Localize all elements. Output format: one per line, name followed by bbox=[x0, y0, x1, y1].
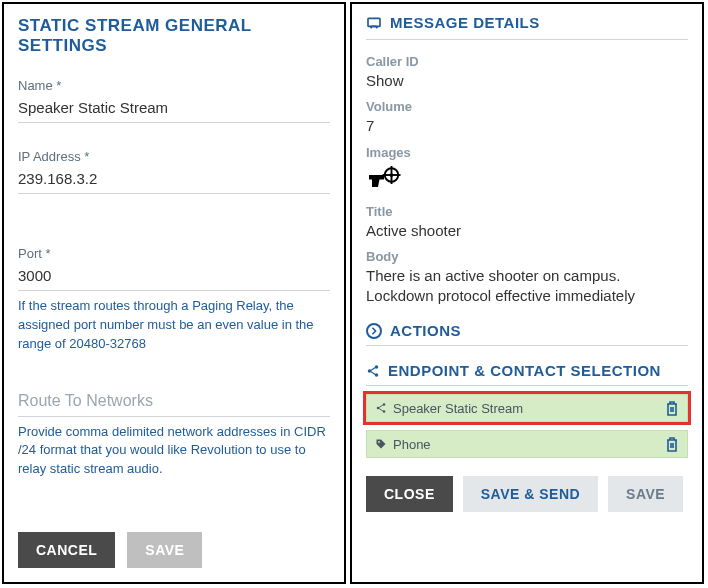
ip-address-label: IP Address * bbox=[18, 149, 330, 164]
trash-icon[interactable] bbox=[665, 400, 679, 416]
endpoint-section-header[interactable]: ENDPOINT & CONTACT SELECTION bbox=[366, 356, 688, 386]
name-label: Name * bbox=[18, 78, 330, 93]
caller-id-value: Show bbox=[366, 71, 688, 91]
endpoint-title: ENDPOINT & CONTACT SELECTION bbox=[388, 362, 661, 379]
message-details-panel: MESSAGE DETAILS Caller ID Show Volume 7 … bbox=[350, 2, 704, 584]
static-stream-settings-panel: STATIC STREAM GENERAL SETTINGS Name * IP… bbox=[2, 2, 346, 584]
message-details-header: MESSAGE DETAILS bbox=[366, 14, 688, 40]
left-button-row: CANCEL SAVE bbox=[18, 532, 202, 568]
endpoint-item-phone[interactable]: Phone bbox=[366, 430, 688, 458]
message-icon bbox=[366, 15, 382, 31]
save-and-send-button[interactable]: SAVE & SEND bbox=[463, 476, 598, 512]
message-details-title: MESSAGE DETAILS bbox=[390, 14, 540, 31]
volume-value: 7 bbox=[366, 116, 688, 136]
images-label: Images bbox=[366, 145, 688, 160]
close-button[interactable]: CLOSE bbox=[366, 476, 453, 512]
endpoint-item-speaker[interactable]: Speaker Static Stream bbox=[366, 394, 688, 422]
svg-rect-0 bbox=[368, 18, 380, 26]
route-help-text: Provide comma delimited network addresse… bbox=[18, 423, 330, 480]
cancel-button[interactable]: CANCEL bbox=[18, 532, 115, 568]
tag-icon bbox=[375, 438, 387, 450]
title-value: Active shooter bbox=[366, 221, 688, 241]
actions-title: ACTIONS bbox=[390, 322, 461, 339]
volume-label: Volume bbox=[366, 99, 688, 114]
trash-icon[interactable] bbox=[665, 436, 679, 452]
active-shooter-icon bbox=[366, 164, 402, 192]
caller-id-label: Caller ID bbox=[366, 54, 688, 69]
panel-title: STATIC STREAM GENERAL SETTINGS bbox=[18, 16, 330, 56]
share-icon bbox=[366, 364, 380, 378]
save-button[interactable]: SAVE bbox=[127, 532, 202, 568]
name-input[interactable] bbox=[18, 95, 330, 123]
image-thumbnail[interactable] bbox=[366, 164, 688, 196]
endpoint-label: Speaker Static Stream bbox=[393, 401, 665, 416]
chevron-right-icon bbox=[366, 323, 382, 339]
actions-section-header[interactable]: ACTIONS bbox=[366, 316, 688, 346]
port-help-text: If the stream routes through a Paging Re… bbox=[18, 297, 330, 354]
save-button-right[interactable]: SAVE bbox=[608, 476, 683, 512]
ip-address-input[interactable] bbox=[18, 166, 330, 194]
endpoint-label: Phone bbox=[393, 437, 665, 452]
body-label: Body bbox=[366, 249, 688, 264]
route-to-networks-input[interactable] bbox=[18, 388, 330, 417]
title-label: Title bbox=[366, 204, 688, 219]
body-value: There is an active shooter on campus. Lo… bbox=[366, 266, 688, 307]
svg-point-11 bbox=[378, 441, 380, 443]
share-icon bbox=[375, 402, 387, 414]
right-button-row: CLOSE SAVE & SEND SAVE bbox=[366, 476, 688, 526]
port-input[interactable] bbox=[18, 263, 330, 291]
port-label: Port * bbox=[18, 246, 330, 261]
svg-point-4 bbox=[390, 173, 394, 177]
